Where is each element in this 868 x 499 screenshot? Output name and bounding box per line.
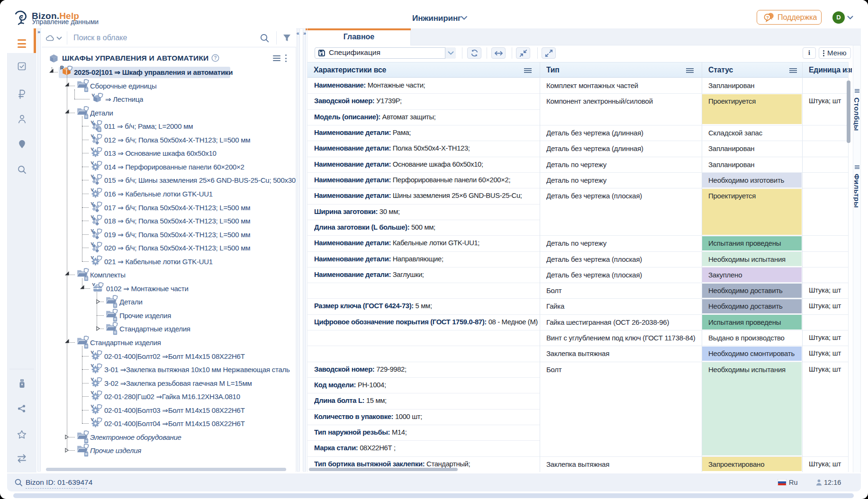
svg-text:?: ? (766, 15, 769, 20)
svg-text:?: ? (214, 55, 217, 61)
svg-text:V: V (92, 282, 96, 287)
